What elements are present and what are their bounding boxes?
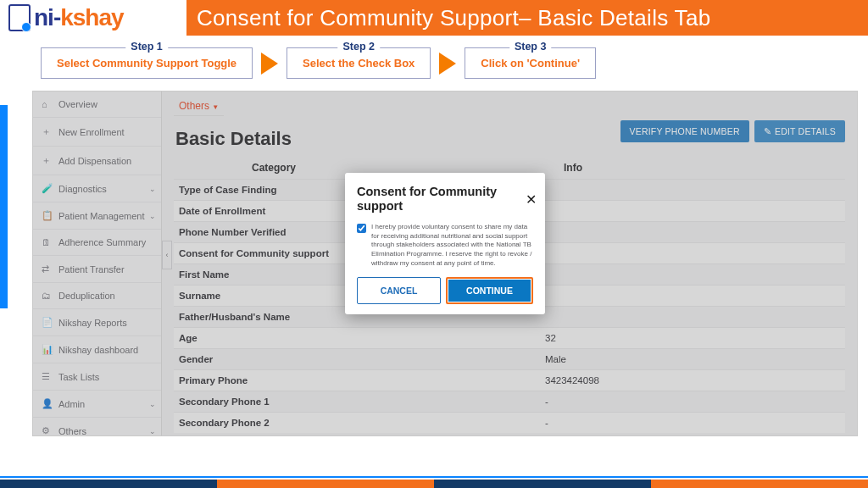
sidebar-item-label: Overview bbox=[58, 99, 97, 109]
sidebar-icon: 📊 bbox=[42, 344, 52, 355]
sidebar-icon: 🗓 bbox=[42, 237, 52, 247]
logo: ni-kshay bbox=[0, 4, 186, 31]
sidebar-item[interactable]: ＋New Enrollment bbox=[33, 118, 161, 147]
sidebar-item[interactable]: 🗂Deduplication bbox=[33, 283, 161, 309]
sidebar-item-label: Task Lists bbox=[58, 372, 99, 382]
sidebar-item-label: Nikshay Reports bbox=[58, 318, 127, 328]
row-category: First Name bbox=[174, 269, 352, 280]
sidebar-item-label: Diagnostics bbox=[58, 184, 107, 194]
sidebar-item-label: Others bbox=[58, 426, 86, 436]
sidebar-icon: 📋 bbox=[42, 210, 52, 221]
arrow-icon bbox=[439, 53, 456, 75]
row-info: Male bbox=[352, 354, 845, 364]
sidebar-item-label: Adherence Summary bbox=[58, 237, 146, 247]
row-category: Secondary Phone 2 bbox=[174, 418, 352, 428]
sidebar-icon: 🧪 bbox=[42, 183, 52, 194]
sidebar-item-label: Admin bbox=[58, 399, 85, 409]
continue-button[interactable]: CONTINUE bbox=[448, 280, 531, 302]
row-category: Secondary Phone 1 bbox=[174, 396, 352, 407]
sidebar-item[interactable]: ⇄Patient Transfer bbox=[33, 256, 161, 283]
arrow-icon bbox=[261, 53, 278, 75]
header-bar: ni-kshay Consent for Community Support– … bbox=[0, 0, 868, 36]
sidebar-icon: ⚙ bbox=[42, 425, 52, 436]
row-category: Father/Husband's Name bbox=[174, 312, 352, 322]
sidebar-icon: 👤 bbox=[42, 398, 52, 409]
logo-text: ni-kshay bbox=[34, 4, 124, 31]
continue-highlight: CONTINUE bbox=[446, 277, 533, 304]
table-row: Age32 bbox=[174, 327, 845, 348]
row-category: Gender bbox=[174, 354, 352, 364]
sidebar-icon: ☰ bbox=[42, 371, 52, 382]
sidebar-icon: ＋ bbox=[42, 125, 52, 138]
sidebar-item[interactable]: ⌂Overview bbox=[33, 92, 161, 118]
edit-details-button[interactable]: ✎EDIT DETAILS bbox=[754, 120, 845, 142]
sidebar-item[interactable]: 🗓Adherence Summary bbox=[33, 230, 161, 256]
step-3-box: Step 3 Click on 'Continue' bbox=[465, 47, 596, 79]
row-category: Phone Number Verified bbox=[174, 227, 352, 237]
chevron-down-icon: ⌄ bbox=[149, 427, 156, 435]
consent-checkbox[interactable] bbox=[357, 224, 366, 233]
sidebar-icon: ＋ bbox=[42, 154, 52, 167]
sidebar-icon: 🗂 bbox=[42, 291, 52, 301]
step-2-box: Step 2 Select the Check Box bbox=[287, 47, 431, 79]
sidebar-item[interactable]: ＋Add Dispensation bbox=[33, 147, 161, 175]
caret-down-icon: ▼ bbox=[212, 103, 219, 111]
chevron-down-icon: ⌄ bbox=[149, 185, 156, 193]
logo-phone-icon bbox=[8, 4, 31, 31]
table-row: Secondary Phone 1- bbox=[174, 391, 845, 412]
bottom-stripe bbox=[0, 480, 868, 488]
row-category: Surname bbox=[174, 291, 352, 301]
table-row: Secondary Phone 2- bbox=[174, 412, 845, 433]
action-buttons: VERIFY PHONE NUMBER ✎EDIT DETAILS bbox=[620, 120, 845, 142]
close-icon[interactable]: ✕ bbox=[526, 191, 537, 208]
sidebar-item[interactable]: ☰Task Lists bbox=[33, 363, 161, 391]
steps-row: Step 1 Select Community Support Toggle S… bbox=[0, 36, 868, 87]
sidebar-item-label: Add Dispensation bbox=[58, 156, 131, 166]
sidebar-icon: ⌂ bbox=[42, 99, 52, 109]
sidebar-item[interactable]: 📄Nikshay Reports bbox=[33, 309, 161, 336]
sidebar-item-label: New Enrollment bbox=[58, 127, 125, 137]
row-category: Consent for Community support bbox=[174, 248, 352, 258]
sidebar-item-label: Patient Management bbox=[58, 211, 145, 221]
cancel-button[interactable]: CANCEL bbox=[357, 277, 441, 304]
sidebar-item[interactable]: 🧪Diagnostics⌄ bbox=[33, 175, 161, 202]
row-info: 3423424098 bbox=[352, 375, 845, 385]
verify-phone-button[interactable]: VERIFY PHONE NUMBER bbox=[620, 120, 749, 142]
step-1-box: Step 1 Select Community Support Toggle bbox=[41, 47, 253, 79]
sidebar-item[interactable]: 📋Patient Management⌄ bbox=[33, 202, 161, 230]
sidebar-item-label: Nikshay dashboard bbox=[58, 345, 138, 355]
row-category: Primary Phone bbox=[174, 375, 352, 385]
chevron-down-icon: ⌄ bbox=[149, 212, 156, 220]
sidebar-icon: 📄 bbox=[42, 317, 52, 328]
sidebar: ⌂Overview＋New Enrollment＋Add Dispensatio… bbox=[33, 92, 162, 435]
sidebar-item[interactable]: ⚙Others⌄ bbox=[33, 418, 161, 436]
sidebar-icon: ⇄ bbox=[42, 263, 52, 274]
sidebar-item[interactable]: 👤Admin⌄ bbox=[33, 391, 161, 418]
consent-text: I hereby provide voluntary consent to sh… bbox=[371, 223, 533, 269]
app-frame: ⌂Overview＋New Enrollment＋Add Dispensatio… bbox=[32, 91, 858, 436]
divider-line bbox=[0, 476, 868, 478]
row-category: Type of Case Finding bbox=[174, 185, 352, 195]
others-dropdown[interactable]: Others ▼ bbox=[174, 97, 224, 116]
modal-title: Consent for Community support bbox=[357, 185, 533, 214]
table-row: GenderMale bbox=[174, 348, 845, 369]
left-accent-bar bbox=[0, 105, 8, 308]
pencil-icon: ✎ bbox=[764, 126, 771, 136]
chevron-down-icon: ⌄ bbox=[149, 400, 156, 408]
row-category: Age bbox=[174, 333, 352, 343]
consent-modal: Consent for Community support ✕ I hereby… bbox=[345, 173, 545, 314]
row-info: 32 bbox=[352, 333, 845, 343]
row-info: - bbox=[352, 418, 845, 428]
sidebar-item-label: Patient Transfer bbox=[58, 264, 125, 274]
sidebar-item[interactable]: 📊Nikshay dashboard bbox=[33, 336, 161, 363]
sidebar-item-label: Deduplication bbox=[58, 291, 115, 301]
row-info: - bbox=[352, 396, 845, 407]
table-row: Primary Phone3423424098 bbox=[174, 369, 845, 391]
slide-title: Consent for Community Support– Basic Det… bbox=[186, 0, 868, 36]
row-category: Date of Enrollment bbox=[174, 206, 352, 216]
